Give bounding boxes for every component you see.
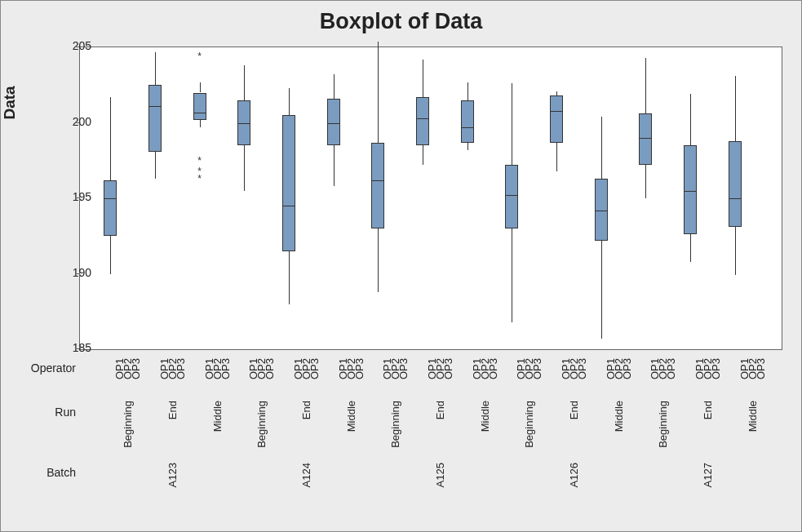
y-tick-label: 200 xyxy=(59,115,91,128)
outlier-mark: * xyxy=(197,155,202,166)
boxplot-box xyxy=(505,165,518,228)
run-tick: Middle xyxy=(479,401,491,499)
boxplot-box xyxy=(148,85,162,151)
run-tick: Middle xyxy=(613,401,625,499)
boxplot-median xyxy=(550,111,563,112)
boxplot-median xyxy=(193,113,206,113)
batch-tick: A126 xyxy=(568,463,580,532)
boxplot-box xyxy=(282,115,295,251)
y-tick-label: 190 xyxy=(59,266,91,279)
boxplot-box xyxy=(729,141,742,227)
boxplot-median xyxy=(684,191,697,192)
boxplot-median xyxy=(595,211,608,211)
y-axis-label: Data xyxy=(1,50,19,156)
run-tick: Beginning xyxy=(255,401,268,499)
boxplot-box xyxy=(550,95,563,142)
boxplot-box xyxy=(416,97,429,145)
outlier-mark: * xyxy=(197,51,202,62)
outlier-mark: * xyxy=(197,173,202,184)
boxplot-box xyxy=(193,93,206,120)
run-tick: Beginning xyxy=(389,401,401,499)
boxplot-median xyxy=(327,123,340,124)
y-tick-label: 195 xyxy=(59,190,91,203)
chart-frame: Boxplot of Data Data **** 18519019520020… xyxy=(0,0,802,532)
row-label: Batch xyxy=(1,466,76,479)
boxplot-median xyxy=(461,127,474,128)
run-tick: Beginning xyxy=(657,401,669,499)
batch-tick: A125 xyxy=(434,463,446,532)
boxplot-median xyxy=(729,198,742,199)
y-tick-label: 185 xyxy=(59,341,91,354)
run-tick: Middle xyxy=(345,401,357,499)
chart-title: Boxplot of Data xyxy=(1,9,801,34)
boxplot-median xyxy=(148,106,162,107)
run-tick: Beginning xyxy=(523,401,535,499)
batch-tick: A123 xyxy=(166,463,179,532)
boxplot-median xyxy=(371,180,384,181)
boxplot-box xyxy=(104,180,117,236)
boxplot-median xyxy=(282,206,295,206)
row-label: Operator xyxy=(1,361,76,375)
row-label: Run xyxy=(1,406,76,419)
boxplot-median xyxy=(505,195,518,196)
boxplot-median xyxy=(104,198,117,199)
boxplot-box xyxy=(639,113,652,165)
plot-area: **** xyxy=(79,47,782,350)
boxplot-median xyxy=(639,138,652,139)
boxplot-median xyxy=(237,123,250,124)
batch-tick: A124 xyxy=(300,463,312,532)
run-tick: Middle xyxy=(211,401,224,499)
boxplot-median xyxy=(416,118,429,119)
run-tick: Middle xyxy=(747,401,759,499)
y-tick-label: 205 xyxy=(59,39,91,52)
run-tick: Beginning xyxy=(122,401,134,499)
boxplot-box xyxy=(461,100,474,143)
boxplot-box xyxy=(371,143,384,228)
batch-tick: A127 xyxy=(702,463,714,532)
